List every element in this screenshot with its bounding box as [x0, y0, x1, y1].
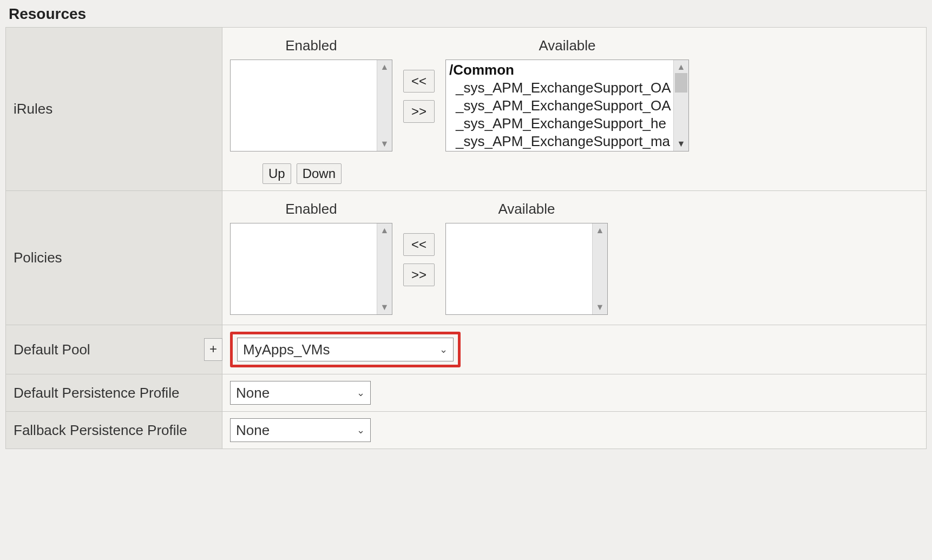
default-persistence-row: Default Persistence Profile None ⌄: [6, 374, 927, 412]
default-persistence-selected-value: None: [236, 385, 270, 401]
default-pool-label: Default Pool +: [6, 325, 222, 374]
move-right-button[interactable]: >>: [403, 263, 435, 286]
irules-group-header: /Common: [448, 61, 686, 79]
irules-move-buttons: << >>: [403, 70, 435, 123]
fallback-persistence-row: Fallback Persistence Profile None ⌄: [6, 412, 927, 449]
default-persistence-content: None ⌄: [222, 374, 927, 412]
default-persistence-label: Default Persistence Profile: [6, 374, 222, 412]
irules-content: Enabled ▲ ▼ << >>: [222, 28, 927, 191]
scroll-up-icon[interactable]: ▲: [593, 223, 607, 238]
default-persistence-select[interactable]: None ⌄: [230, 381, 371, 405]
scrollbar-thumb[interactable]: [675, 73, 687, 93]
policies-enabled-header: Enabled: [285, 201, 337, 218]
add-pool-button[interactable]: +: [204, 338, 222, 361]
move-left-button[interactable]: <<: [403, 70, 435, 93]
irules-available-column: Available /Common _sys_APM_ExchangeSuppo…: [445, 37, 689, 151]
irules-available-header: Available: [539, 37, 596, 54]
scroll-down-icon[interactable]: ▼: [377, 137, 392, 151]
default-pool-content: MyApps_VMs ⌄: [222, 325, 927, 374]
irules-enabled-listbox[interactable]: ▲ ▼: [230, 60, 392, 151]
scrollbar[interactable]: ▲ ▼: [377, 60, 392, 151]
default-pool-selected-value: MyApps_VMs: [243, 341, 330, 358]
policies-enabled-listbox[interactable]: ▲ ▼: [230, 223, 392, 315]
policies-enabled-column: Enabled ▲ ▼: [230, 201, 392, 315]
list-item[interactable]: _sys_APM_ExchangeSupport_OA: [448, 79, 686, 97]
scroll-down-icon[interactable]: ▼: [674, 137, 688, 151]
up-button[interactable]: Up: [262, 163, 291, 184]
chevron-down-icon: ⌄: [357, 424, 365, 436]
irules-enabled-header: Enabled: [285, 37, 337, 54]
policies-available-listbox[interactable]: ▲ ▼: [445, 223, 608, 315]
list-item[interactable]: _sys_APM_ExchangeSupport_ma: [448, 133, 686, 150]
resources-table: iRules Enabled ▲ ▼: [5, 27, 927, 449]
policies-move-buttons: << >>: [403, 233, 435, 286]
policies-content: Enabled ▲ ▼ << >>: [222, 191, 927, 325]
fallback-persistence-select[interactable]: None ⌄: [230, 418, 371, 442]
irules-enabled-column: Enabled ▲ ▼: [230, 37, 392, 151]
fallback-persistence-content: None ⌄: [222, 412, 927, 449]
scrollbar[interactable]: ▲ ▼: [377, 223, 392, 314]
default-pool-select[interactable]: MyApps_VMs ⌄: [237, 338, 454, 361]
default-pool-highlight: MyApps_VMs ⌄: [230, 332, 461, 367]
list-item[interactable]: _sys_APM_ExchangeSupport_he: [448, 115, 686, 133]
chevron-down-icon: ⌄: [357, 387, 365, 399]
fallback-persistence-label: Fallback Persistence Profile: [6, 412, 222, 449]
down-button[interactable]: Down: [297, 163, 342, 184]
move-left-button[interactable]: <<: [403, 233, 435, 256]
scrollbar[interactable]: ▲ ▼: [673, 60, 688, 151]
policies-available-header: Available: [498, 201, 555, 218]
scroll-down-icon[interactable]: ▼: [593, 300, 607, 314]
irules-row: iRules Enabled ▲ ▼: [6, 28, 927, 191]
default-pool-row: Default Pool + MyApps_VMs ⌄: [6, 325, 927, 374]
scroll-down-icon[interactable]: ▼: [377, 300, 392, 314]
policies-label: Policies: [6, 191, 222, 325]
irules-order-buttons: Up Down: [262, 163, 918, 184]
policies-available-column: Available ▲ ▼: [445, 201, 608, 315]
scroll-up-icon[interactable]: ▲: [377, 223, 392, 238]
list-item[interactable]: _sys_APM_ExchangeSupport_OA: [448, 97, 686, 115]
scroll-up-icon[interactable]: ▲: [377, 60, 392, 74]
move-right-button[interactable]: >>: [403, 100, 435, 123]
default-pool-select-row: MyApps_VMs ⌄: [230, 332, 918, 367]
policies-dual-list: Enabled ▲ ▼ << >>: [230, 197, 918, 318]
irules-label: iRules: [6, 28, 222, 191]
scrollbar[interactable]: ▲ ▼: [592, 223, 607, 314]
fallback-persistence-selected-value: None: [236, 422, 270, 439]
resources-section: Resources iRules Enabled ▲ ▼: [5, 5, 927, 449]
irules-available-listbox[interactable]: /Common _sys_APM_ExchangeSupport_OA _sys…: [445, 60, 689, 151]
chevron-down-icon: ⌄: [439, 344, 448, 355]
resources-section-title: Resources: [5, 5, 927, 23]
scroll-up-icon[interactable]: ▲: [674, 60, 688, 74]
irules-dual-list: Enabled ▲ ▼ << >>: [230, 34, 918, 155]
policies-row: Policies Enabled ▲ ▼ <<: [6, 191, 927, 325]
